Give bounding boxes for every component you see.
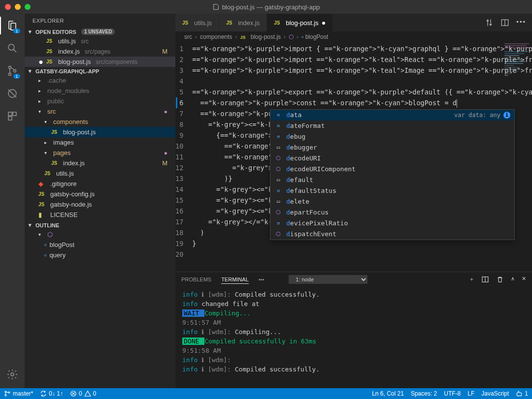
bottom-panel: PROBLEMS TERMINAL ••• 1: node ＋ ∧ ✕ info… — [175, 272, 532, 388]
kill-terminal-icon[interactable] — [496, 276, 504, 283]
panel-tab-terminal[interactable]: TERMINAL — [221, 276, 249, 284]
svg-rect-7 — [13, 112, 16, 116]
title-bar: blog-post.js — gatsby-graphql-app — [0, 0, 532, 14]
sidebar: EXPLORER ▾ OPEN EDITORS 1 UNSAVED JSutil… — [25, 14, 175, 388]
terminal-select[interactable]: 1: node — [289, 275, 367, 284]
explorer-badge: 1 — [13, 29, 20, 33]
terminal-output[interactable]: info ℹ [wdm]: Compiled successfully.info… — [175, 287, 532, 388]
more-actions-icon[interactable]: ••• — [516, 18, 526, 27]
svg-point-15 — [5, 395, 6, 396]
maximize-panel-icon[interactable]: ∧ — [511, 276, 515, 283]
suggest-item[interactable]: ▭debugger — [270, 142, 514, 153]
file-item[interactable]: JSblog-post.js — [25, 127, 175, 137]
file-item[interactable]: JSutils.js — [25, 168, 175, 179]
file-item[interactable]: JSindex.jsM — [25, 158, 175, 168]
status-problems[interactable]: 0 0 — [70, 390, 96, 397]
status-feedback[interactable]: 1 — [516, 390, 528, 397]
status-eol[interactable]: LF — [467, 390, 474, 397]
open-editor-item[interactable]: JSutils.jssrc — [25, 36, 175, 46]
folder-item[interactable]: ▸.cache — [25, 75, 175, 86]
panel-tab-problems[interactable]: PROBLEMS — [181, 276, 211, 283]
editor-tab[interactable]: JSindex.js — [219, 14, 267, 31]
outline-item[interactable]: ▫ blogPost — [25, 240, 175, 250]
folder-item[interactable]: ▾src● — [25, 106, 175, 117]
folder-item[interactable]: ▾components — [25, 117, 175, 127]
file-item[interactable]: ▮LICENSE — [25, 210, 175, 220]
close-panel-icon[interactable]: ✕ — [522, 276, 526, 283]
activity-explorer[interactable]: 1 — [5, 19, 19, 32]
suggest-item[interactable]: ⬡decodeURIComponent — [270, 164, 514, 175]
outline-header[interactable]: ▾ OUTLINE — [25, 221, 175, 229]
file-item[interactable]: JSgatsby-node.js — [25, 199, 175, 210]
folder-item[interactable]: ▸node_modules — [25, 86, 175, 96]
unsaved-badge: 1 UNSAVED — [81, 29, 115, 35]
suggest-item[interactable]: ▫datavar data: any i — [270, 110, 514, 121]
split-editor-icon[interactable] — [500, 18, 509, 27]
svg-point-14 — [5, 391, 6, 393]
status-language[interactable]: JavaScript — [481, 390, 509, 397]
activity-bar: 1 1 — [0, 14, 25, 388]
suggest-item[interactable]: ▫defaultStatus — [270, 185, 514, 196]
status-encoding[interactable]: UTF-8 — [444, 390, 461, 397]
svg-rect-8 — [8, 117, 12, 120]
status-spaces[interactable]: Spaces: 2 — [411, 390, 437, 397]
project-header[interactable]: ▾ GATSBY-GRAPHQL-APP — [25, 67, 175, 75]
editor-tab[interactable]: JSutils.js — [175, 14, 219, 31]
outline-item[interactable]: ▾⬡ — [25, 229, 175, 240]
suggest-item[interactable]: ⬡departFocus — [270, 207, 514, 218]
file-item[interactable]: ◆.gitignore — [25, 179, 175, 189]
status-cursor[interactable]: Ln 6, Col 21 — [372, 390, 404, 397]
open-editors-header[interactable]: ▾ OPEN EDITORS 1 UNSAVED — [25, 28, 175, 36]
new-terminal-icon[interactable]: ＋ — [469, 276, 474, 283]
code-editor[interactable]: 1234567891011121314151617181920 =="k-ora… — [175, 42, 532, 272]
status-branch[interactable]: master* — [4, 390, 33, 397]
suggest-item[interactable]: ▫debug — [270, 131, 514, 142]
breadcrumb[interactable]: src›components›JS blog-post.js›⬡ ›▫ blog… — [175, 31, 532, 42]
panel-tab-more[interactable]: ••• — [259, 276, 265, 283]
open-editor-item[interactable]: JSindex.jssrc/pagesM — [25, 46, 175, 57]
suggest-item[interactable]: ⬡dispatchEvent — [270, 229, 514, 240]
compare-changes-icon[interactable] — [485, 18, 494, 27]
svg-point-9 — [11, 373, 14, 376]
split-terminal-icon[interactable] — [481, 276, 489, 283]
suggest-item[interactable]: ⬡decodeURI — [270, 153, 514, 164]
intellisense-popup[interactable]: ▫datavar data: any i▫dateFormat▫debug▭de… — [270, 109, 515, 240]
sidebar-title: EXPLORER — [25, 14, 175, 28]
status-sync[interactable]: 0↓ 1↑ — [40, 390, 63, 397]
svg-point-3 — [9, 73, 11, 76]
editor-tab[interactable]: JSblog-post.js● — [267, 14, 333, 31]
activity-settings[interactable] — [5, 368, 19, 381]
svg-rect-6 — [8, 112, 12, 116]
folder-item[interactable]: ▸images — [25, 137, 175, 148]
folder-item[interactable]: ▸public — [25, 96, 175, 106]
suggest-item[interactable]: ▭default — [270, 175, 514, 185]
activity-search[interactable] — [5, 41, 19, 55]
activity-extensions[interactable] — [5, 109, 19, 123]
suggest-item[interactable]: ▭delete — [270, 196, 514, 207]
folder-item[interactable]: ▾pages● — [25, 148, 175, 158]
status-bar: master* 0↓ 1↑ 0 0 Ln 6, Col 21 Spaces: 2… — [0, 388, 532, 399]
svg-point-0 — [8, 44, 14, 50]
open-editor-item[interactable]: ●JSblog-post.jssrc/components — [25, 57, 175, 67]
suggest-item[interactable]: ▫dateFormat — [270, 121, 514, 131]
suggest-item[interactable]: ▫devicePixelRatio — [270, 218, 514, 229]
outline-item[interactable]: ▫ query — [25, 250, 175, 260]
svg-line-1 — [14, 50, 17, 53]
scm-badge: 1 — [13, 74, 20, 79]
activity-source-control[interactable]: 1 — [5, 64, 19, 78]
editor-tabs: JSutils.jsJSindex.jsJSblog-post.js● ••• — [175, 14, 532, 31]
window-title: blog-post.js — gatsby-graphql-app — [0, 3, 532, 11]
svg-point-2 — [9, 66, 11, 69]
file-item[interactable]: JSgatsby-config.js — [25, 189, 175, 199]
activity-debug[interactable] — [5, 87, 19, 100]
